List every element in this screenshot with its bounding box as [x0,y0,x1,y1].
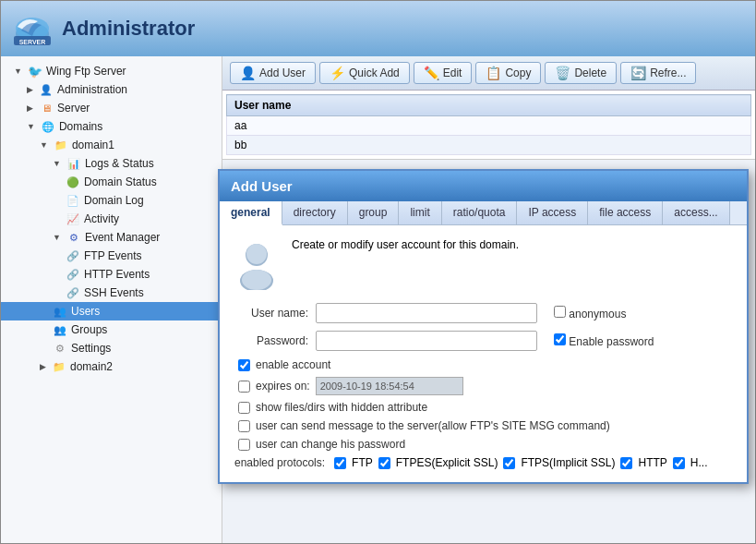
table-row[interactable]: bb [227,136,751,155]
add-user-dialog: Add User general directory group limit r… [218,169,749,484]
user-table-area: User name aa bb [222,91,755,160]
sidebar-item-label: Settings [71,342,111,355]
tab-directory[interactable]: directory [282,201,348,224]
sidebar-item-activity[interactable]: 📈 Activity [1,210,222,228]
domain-icon: 📁 [52,359,66,374]
status-icon: 🟢 [66,175,80,189]
sidebar: ▼ 🐦 Wing Ftp Server ▶ 👤 Administration ▶… [1,56,222,543]
sidebar-item-server[interactable]: ▶ 🖥 Server [1,99,222,117]
edit-button[interactable]: ✏️ Edit [414,62,473,84]
sidebar-item-logs-status[interactable]: ▼ 📊 Logs & Status [1,154,222,173]
tab-general[interactable]: general [220,201,282,225]
show-hidden-checkbox[interactable] [238,402,250,414]
tab-file-access[interactable]: file access [588,201,663,224]
arrow-icon: ▶ [40,362,46,371]
username-label: User name: [234,307,308,320]
sidebar-item-domains[interactable]: ▼ 🌐 Domains [1,117,222,136]
ftps-checkbox[interactable] [503,457,515,469]
sidebar-item-users[interactable]: 👥 Users [1,302,222,320]
sidebar-item-label: SSH Events [84,286,144,299]
sidebar-item-administration[interactable]: ▶ 👤 Administration [1,80,222,99]
toolbar: 👤 Add User ⚡ Quick Add ✏️ Edit 📋 Copy 🗑️ [222,56,755,91]
dialog-description: Create or modify user account for this d… [292,238,519,251]
dialog-title-text: Add User [231,178,293,194]
anonymous-checkbox-row: anonymous [554,306,626,320]
sidebar-item-label: Server [57,102,90,115]
site-msg-label: user can send message to the server(allo… [256,419,610,432]
table-row[interactable]: aa [227,116,751,136]
sidebar-item-domain-log[interactable]: 📄 Domain Log [1,191,222,210]
sidebar-item-settings[interactable]: ⚙ Settings [1,339,222,357]
expires-on-label: expires on: [256,380,310,393]
delete-icon: 🗑️ [555,66,570,80]
sidebar-item-wing-ftp-server[interactable]: ▼ 🐦 Wing Ftp Server [1,62,222,80]
h-checkbox[interactable] [673,457,685,469]
protocols-row: enabled protocols: FTP FTPES(Explicit SS… [234,456,732,469]
sidebar-item-label: Domain Log [84,194,144,207]
tab-ratio-quota-label: ratio/quota [453,206,506,219]
tab-access-more-label: access... [674,206,717,219]
tab-access-more[interactable]: access... [663,201,729,224]
sidebar-item-groups[interactable]: 👥 Groups [1,320,222,339]
copy-button[interactable]: 📋 Copy [475,62,541,84]
edit-label: Edit [443,66,462,79]
username-cell: bb [227,136,751,155]
sidebar-item-ftp-events[interactable]: 🔗 FTP Events [1,247,222,265]
password-label: Password: [234,334,308,347]
tab-ip-access[interactable]: IP access [517,201,588,224]
tab-limit[interactable]: limit [399,201,441,224]
sidebar-item-label: FTP Events [84,249,141,262]
log-icon: 📄 [66,193,80,208]
sidebar-item-ssh-events[interactable]: 🔗 SSH Events [1,284,222,302]
add-user-label: Add User [259,66,306,79]
sidebar-item-domain2[interactable]: ▶ 📁 domain2 [1,357,222,376]
quick-add-icon: ⚡ [330,66,345,80]
anonymous-checkbox[interactable] [554,306,566,318]
enable-account-label: enable account [256,358,330,371]
logo-area: SERVER [12,8,53,49]
expires-on-input[interactable] [316,377,463,395]
sidebar-item-http-events[interactable]: 🔗 HTTP Events [1,265,222,284]
http-icon: 🔗 [66,267,80,282]
copy-icon: 📋 [486,66,501,80]
change-pwd-checkbox[interactable] [238,439,250,451]
svg-point-6 [246,244,267,264]
ftpes-checkbox[interactable] [378,457,390,469]
avatar [234,238,279,290]
quick-add-button[interactable]: ⚡ Quick Add [319,62,410,84]
tab-file-access-label: file access [599,206,651,219]
arrow-icon: ▼ [53,233,61,242]
sidebar-item-event-manager[interactable]: ▼ ⚙ Event Manager [1,228,222,247]
enable-password-checkbox[interactable] [554,333,566,345]
enable-account-checkbox[interactable] [238,359,250,371]
http-checkbox[interactable] [620,457,632,469]
password-input[interactable] [316,331,537,351]
expires-on-checkbox[interactable] [238,381,250,393]
ftp-checkbox[interactable] [334,457,346,469]
enable-password-label: Enable password [569,335,654,348]
username-input[interactable] [316,303,537,323]
delete-label: Delete [574,66,606,79]
edit-icon: ✏️ [424,66,439,80]
sidebar-item-domain1[interactable]: ▼ 📁 domain1 [1,136,222,154]
change-pwd-row: user can change his password [234,438,732,451]
tab-ratio-quota[interactable]: ratio/quota [442,201,518,224]
username-cell: aa [227,116,751,136]
tab-group[interactable]: group [348,201,400,224]
site-msg-checkbox[interactable] [238,420,250,432]
refresh-icon: 🔄 [630,66,646,80]
password-row: Password: Enable password [234,331,732,351]
sidebar-item-label: domain2 [70,360,113,373]
delete-button[interactable]: 🗑️ Delete [545,62,617,84]
sidebar-item-domain-status[interactable]: 🟢 Domain Status [1,173,222,191]
http-label: HTTP [638,456,666,469]
domains-icon: 🌐 [41,119,55,134]
wing-icon: 🐦 [28,64,42,79]
sidebar-item-label: Groups [71,323,107,336]
tab-directory-label: directory [294,206,336,219]
refresh-button[interactable]: 🔄 Refre... [620,62,696,84]
add-user-button[interactable]: 👤 Add User [230,62,316,84]
show-hidden-row: show files/dirs with hidden attribute [234,401,732,414]
tab-general-label: general [231,206,270,219]
anonymous-label: anonymous [569,308,626,320]
